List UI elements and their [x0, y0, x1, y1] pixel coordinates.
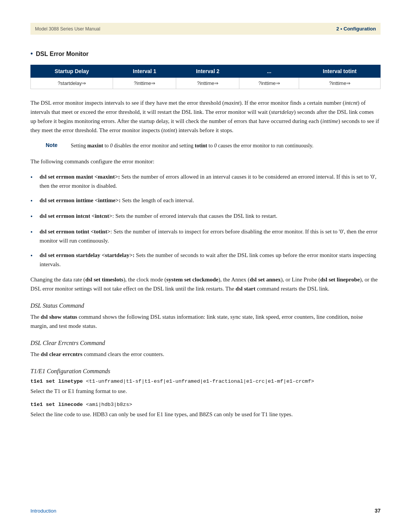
list-item: dsl set errmon totint <totint>: Sets the… [30, 227, 381, 245]
header-chapter-title: Configuration [344, 26, 376, 32]
header-chapter: 2 • Configuration [336, 26, 376, 32]
list-item: dsl set errmon maxint <maxint>: Sets the… [30, 172, 381, 190]
cell-inttime-4: ?inttime⇒ [299, 78, 381, 89]
page: Model 3088 Series User Manual 2 • Config… [0, 0, 411, 532]
dsl-clear-heading: DSL Clear Errcntrs Command [30, 340, 381, 347]
page-header: Model 3088 Series User Manual 2 • Config… [30, 23, 381, 35]
list-item-text: dsl set errmon maxint <maxint>: Sets the… [40, 172, 381, 190]
header-chapter-dot: • [341, 26, 342, 32]
main-content: • DSL Error Monitor Startup Delay Interv… [30, 50, 381, 419]
note-text: Setting maxint to 0 disables the error m… [71, 142, 314, 150]
col-interval2: Interval 2 [176, 65, 239, 78]
note-label: Note [46, 142, 67, 148]
list-item-text: dsl set errmon inttime <inttime>: Sets t… [40, 196, 381, 205]
footer-page-number: 37 [374, 508, 381, 514]
header-chapter-number: 2 [336, 26, 339, 32]
table-header-row: Startup Delay Interval 1 Interval 2 ... … [31, 65, 381, 78]
t1e1-heading: T1/E1 Configuration Commands [30, 368, 381, 375]
note-block: Note Setting maxint to 0 disables the er… [46, 142, 381, 150]
dsl-status-heading: DSL Status Command [30, 302, 381, 309]
t1e1-linecode-desc: Select the line code to use. HDB3 can on… [30, 410, 381, 419]
dsl-clear-text: The dsl clear errcntrs command clears th… [30, 350, 381, 359]
cell-startdelay: ?startdelay⇒ [31, 78, 113, 89]
body-paragraph-1: The DSL error monitor inspects intervals… [30, 98, 381, 135]
t1e1-linecode-args: <ami|hdb3|b8zs> [83, 402, 132, 407]
table-data-row: ?startdelay⇒ ?inttime⇒ ?inttime⇒ ?inttim… [31, 78, 381, 89]
col-interval-totint: Interval totint [299, 65, 381, 78]
section-heading: • DSL Error Monitor [30, 50, 381, 58]
cell-inttime-2: ?inttime⇒ [176, 78, 239, 89]
t1e1-linecode-cmd: t1e1 set linecode <ami|hdb3|b8zs> [30, 402, 381, 407]
page-footer: Introduction 37 [30, 508, 381, 514]
cell-inttime-1: ?inttime⇒ [113, 78, 176, 89]
t1e1-linecode-cmd-name: t1e1 set linecode [30, 402, 83, 407]
commands-intro: The following commands configure the err… [30, 157, 381, 166]
command-list: dsl set errmon maxint <maxint>: Sets the… [30, 172, 381, 268]
section-title: DSL Error Monitor [36, 51, 88, 58]
col-startup-delay: Startup Delay [31, 65, 113, 78]
header-manual-title: Model 3088 Series User Manual [35, 26, 100, 32]
list-item: dsl set errmon intcnt <intcnt>: Sets the… [30, 211, 381, 222]
dsl-status-text: The dsl show status command shows the fo… [30, 312, 381, 331]
t1e1-linetype-cmd: t1e1 set linetype <t1-unframed|t1-sf|t1-… [30, 379, 381, 384]
t1e1-linetype-desc: Select the T1 or E1 framing format to us… [30, 387, 381, 396]
t1e1-linetype-cmd-name: t1e1 set linetype [30, 379, 83, 384]
list-item-text: dsl set errmon totint <totint>: Sets the… [40, 227, 381, 245]
list-item-text: dsl set errmon startdelay <startdelay>: … [40, 251, 381, 269]
footer-section-name: Introduction [30, 508, 56, 514]
t1e1-linetype-args: <t1-unframed|t1-sf|t1-esf|e1-unframed|e1… [83, 379, 314, 384]
section-bullet: • [30, 50, 33, 58]
col-ellipsis: ... [239, 65, 299, 78]
list-item-text: dsl set errmon intcnt <intcnt>: Sets the… [40, 211, 381, 220]
col-interval1: Interval 1 [113, 65, 176, 78]
cell-inttime-3: ?inttime⇒ [239, 78, 299, 89]
list-item: dsl set errmon startdelay <startdelay>: … [30, 251, 381, 269]
list-item: dsl set errmon inttime <inttime>: Sets t… [30, 196, 381, 206]
closing-paragraph: Changing the data rate (dsl set timeslot… [30, 275, 381, 293]
interval-table: Startup Delay Interval 1 Interval 2 ... … [30, 65, 381, 89]
